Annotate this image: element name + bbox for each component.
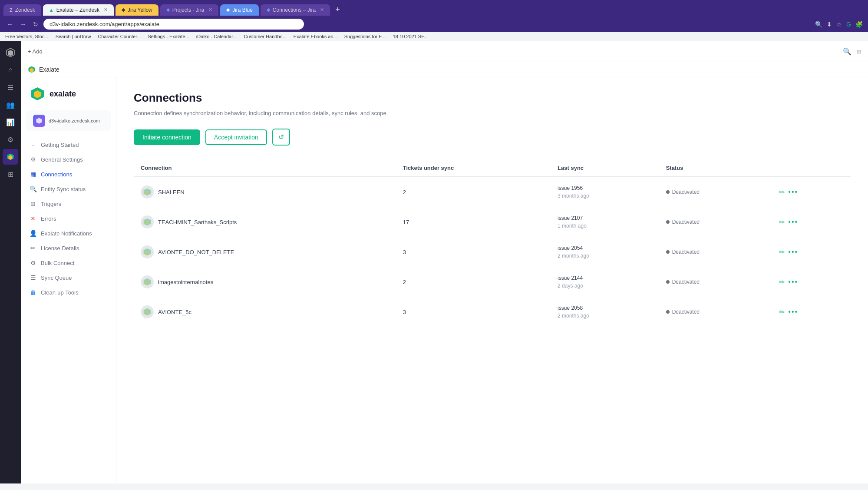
last-sync-issue: issue 1956 xyxy=(558,184,652,192)
initiate-connection-button[interactable]: Initiate connection xyxy=(134,129,200,145)
extension-icon[interactable]: 🧩 xyxy=(855,21,863,28)
bookmark-undraw[interactable]: Search | unDraw xyxy=(56,34,91,39)
connection-cell: imagestointernalnotes xyxy=(134,267,396,297)
rail-home-icon[interactable]: ⌂ xyxy=(3,62,18,78)
connection-logo xyxy=(143,188,152,196)
bookmark-character-counter[interactable]: Character Counter... xyxy=(98,34,141,39)
more-options-button[interactable]: ••• xyxy=(788,188,798,196)
exalate-logo-icon xyxy=(6,48,15,57)
actions-cell: ✏ ••• xyxy=(772,267,851,297)
notifications-icon: 👤 xyxy=(30,230,36,237)
sidebar-item-getting-started[interactable]: → Getting Started xyxy=(24,138,112,152)
edit-button[interactable]: ✏ xyxy=(779,308,785,316)
browser-chrome: Z Zendesk ▲ Exalate – Zendesk ✕ ◆ Jira Y… xyxy=(0,0,868,41)
bookmark-customer-handbook[interactable]: Customer Handbo... xyxy=(244,34,286,39)
tab-zendesk[interactable]: Z Zendesk xyxy=(3,4,41,16)
bookmark-suggestions[interactable]: Suggestions for E... xyxy=(344,34,386,39)
connections-table: Connection Tickets under sync Last sync … xyxy=(134,159,851,327)
page-title: Connections xyxy=(134,91,851,105)
bookmark-exalate-ebooks[interactable]: Exalate Ebooks an... xyxy=(294,34,337,39)
tab-close-icon[interactable]: ✕ xyxy=(320,7,324,13)
col-last-sync: Last sync xyxy=(551,159,659,177)
getting-started-icon: → xyxy=(30,142,36,147)
search-icon[interactable]: 🔍 xyxy=(815,21,822,28)
sidebar-item-bulk-connect[interactable]: ⚙ Bulk Connect xyxy=(24,256,112,270)
actions-cell: ✏ ••• xyxy=(772,297,851,327)
tab-jira-blue[interactable]: ◆ Jira Blue xyxy=(220,4,259,16)
rail-logo xyxy=(3,45,18,60)
status-dot xyxy=(666,310,670,314)
more-options-button[interactable]: ••• xyxy=(788,248,798,256)
tab-favicon: Z xyxy=(10,7,13,13)
sidebar: exalate d3v-idalko.zendesk.com → Get xyxy=(21,77,116,483)
action-bar: Initiate connection Accept invitation ↺ xyxy=(134,129,851,146)
bookmark-settings-exalate[interactable]: Settings - Exalate... xyxy=(148,34,189,39)
sidebar-item-sync-queue[interactable]: ☰ Sync Queue xyxy=(24,271,112,285)
sidebar-item-clean-up-tools[interactable]: 🗑 Clean-up Tools xyxy=(24,285,112,299)
edit-button[interactable]: ✏ xyxy=(779,248,785,256)
bookmark-date[interactable]: 18.10.2021 SF... xyxy=(393,34,428,39)
last-sync-cell: issue 1956 3 months ago xyxy=(551,177,659,207)
rail-settings-icon[interactable]: ⚙ xyxy=(3,132,18,147)
sidebar-item-label: License Details xyxy=(41,245,79,252)
add-button[interactable]: + Add xyxy=(28,48,43,55)
status-cell: Deactivated xyxy=(659,297,772,327)
sidebar-item-general-settings[interactable]: ⚙ General Settings xyxy=(24,152,112,166)
sidebar-item-errors[interactable]: ✕ Errors xyxy=(24,212,112,225)
exalate-header-bar: Exalate xyxy=(21,62,868,77)
tab-close-icon[interactable]: ✕ xyxy=(104,7,108,13)
tab-connections-jira[interactable]: ◆ Connections – Jira ✕ xyxy=(261,4,330,16)
sidebar-item-entity-sync-status[interactable]: 🔍 Entity Sync status xyxy=(24,182,112,196)
table-row: TEACHMINT_Sarthaks_Scripts 17 issue 2107… xyxy=(134,207,851,237)
edit-button[interactable]: ✏ xyxy=(779,278,785,286)
sidebar-account[interactable]: d3v-idalko.zendesk.com xyxy=(26,110,111,131)
exalate-nav-icon xyxy=(7,153,14,161)
tab-close-icon[interactable]: ✕ xyxy=(208,7,212,13)
status-text: Deactivated xyxy=(672,189,700,195)
tab-exalate-zendesk[interactable]: ▲ Exalate – Zendesk ✕ xyxy=(43,4,114,16)
new-tab-button[interactable]: + xyxy=(332,3,343,16)
sidebar-item-license-details[interactable]: ✏ License Details xyxy=(24,241,112,255)
address-input[interactable] xyxy=(43,19,304,30)
top-bar: + Add 🔍 ⊞ xyxy=(21,41,868,62)
last-sync-issue: issue 2058 xyxy=(558,304,652,312)
last-sync-cell: issue 2058 2 months ago xyxy=(551,297,659,327)
bookmark-idalko-calendar[interactable]: iDalko - Calendar... xyxy=(196,34,237,39)
rail-grid-icon[interactable]: ⊞ xyxy=(3,166,18,182)
sidebar-item-triggers[interactable]: ⊞ Triggers xyxy=(24,197,112,211)
edit-button[interactable]: ✏ xyxy=(779,188,785,196)
tab-favicon: ◆ xyxy=(267,7,270,13)
more-options-button[interactable]: ••• xyxy=(788,218,798,226)
more-options-button[interactable]: ••• xyxy=(788,278,798,286)
sidebar-item-exalate-notifications[interactable]: 👤 Exalate Notifications xyxy=(24,226,112,240)
tab-jira-yellow[interactable]: ◆ Jira Yellow xyxy=(116,4,158,16)
more-options-button[interactable]: ••• xyxy=(788,308,798,316)
rail-exalate-icon[interactable] xyxy=(3,149,18,165)
tab-label: Jira Yellow xyxy=(128,7,152,13)
back-button[interactable]: ← xyxy=(5,19,15,30)
forward-button[interactable]: → xyxy=(18,19,28,30)
profile-icon[interactable]: G xyxy=(846,21,851,28)
col-tickets: Tickets under sync xyxy=(396,159,551,177)
tab-favicon: ▲ xyxy=(49,7,54,13)
bookmark-free-vectors[interactable]: Free Vectors, Stoc... xyxy=(5,34,49,39)
reload-button[interactable]: ↻ xyxy=(31,19,40,30)
rail-reports-icon[interactable]: 📊 xyxy=(3,114,18,130)
sidebar-item-connections[interactable]: ▦ Connections xyxy=(24,167,112,181)
bookmark-icon[interactable]: ☆ xyxy=(836,21,842,28)
icon-rail: ⌂ ☰ 👥 📊 ⚙ ⊞ xyxy=(0,41,21,483)
topbar-ext-icon[interactable]: ⊞ xyxy=(857,49,861,55)
bulk-connect-icon: ⚙ xyxy=(30,259,36,266)
accept-invitation-button[interactable]: Accept invitation xyxy=(205,129,267,145)
download-icon[interactable]: ⬇ xyxy=(827,21,832,28)
tickets-cell: 3 xyxy=(396,237,551,267)
browser-toolbar-right: 🔍 ⬇ ☆ G 🧩 xyxy=(815,21,863,28)
search-icon[interactable]: 🔍 xyxy=(843,47,851,56)
sidebar-item-label: Getting Started xyxy=(41,142,79,148)
rail-tickets-icon[interactable]: ☰ xyxy=(3,79,18,95)
col-status: Status xyxy=(659,159,772,177)
edit-button[interactable]: ✏ xyxy=(779,218,785,226)
refresh-button[interactable]: ↺ xyxy=(272,129,290,146)
rail-contacts-icon[interactable]: 👥 xyxy=(3,97,18,113)
tab-projects-jira[interactable]: ◆ Projects - Jira ✕ xyxy=(160,4,218,16)
